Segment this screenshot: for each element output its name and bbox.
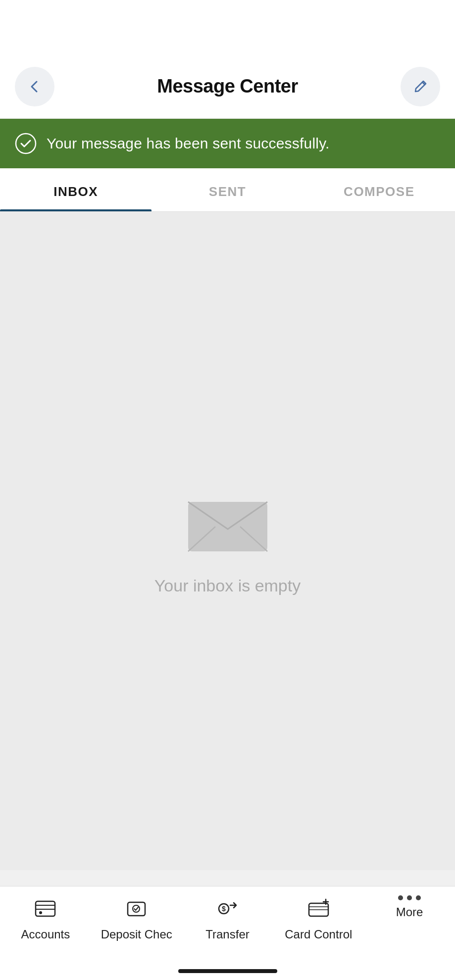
nav-transfer[interactable]: $ Transfer xyxy=(182,895,273,941)
svg-point-4 xyxy=(39,911,42,914)
check-circle-icon xyxy=(15,133,37,154)
empty-inbox-text: Your inbox is empty xyxy=(154,576,301,595)
nav-card-control-label: Card Control xyxy=(285,928,352,941)
compose-button[interactable] xyxy=(401,67,440,106)
tab-compose[interactable]: COMPOSE xyxy=(303,168,455,211)
nav-accounts[interactable]: Accounts xyxy=(0,895,91,941)
transfer-icon: $ xyxy=(214,895,241,923)
success-message: Your message has been sent successfully. xyxy=(47,135,330,152)
inbox-content: Your inbox is empty xyxy=(0,212,455,870)
header: Message Center xyxy=(0,54,455,119)
svg-point-0 xyxy=(16,134,36,153)
nav-transfer-label: Transfer xyxy=(205,928,249,941)
svg-text:$: $ xyxy=(222,905,226,913)
nav-card-control[interactable]: Card Control xyxy=(273,895,364,941)
tab-sent[interactable]: SENT xyxy=(152,168,303,211)
empty-inbox-icon xyxy=(183,487,272,556)
tab-inbox[interactable]: INBOX xyxy=(0,168,152,211)
more-icon xyxy=(398,895,421,900)
nav-more-label: More xyxy=(396,905,423,919)
accounts-icon xyxy=(32,895,59,923)
deposit-icon xyxy=(123,895,150,923)
nav-more[interactable]: More xyxy=(364,895,455,919)
status-bar xyxy=(0,0,455,54)
svg-rect-3 xyxy=(36,905,55,909)
tab-bar: INBOX SENT COMPOSE xyxy=(0,168,455,212)
svg-rect-10 xyxy=(309,907,328,910)
page-title: Message Center xyxy=(157,76,298,97)
nav-deposit-label: Deposit Chec xyxy=(101,928,172,941)
nav-accounts-label: Accounts xyxy=(21,928,70,941)
home-indicator xyxy=(178,969,277,973)
card-control-icon xyxy=(305,895,332,923)
back-button[interactable] xyxy=(15,67,54,106)
success-banner: Your message has been sent successfully. xyxy=(0,119,455,168)
bottom-nav: Accounts Deposit Chec $ Transfer Card Co… xyxy=(0,886,455,980)
nav-deposit-check[interactable]: Deposit Chec xyxy=(91,895,182,941)
